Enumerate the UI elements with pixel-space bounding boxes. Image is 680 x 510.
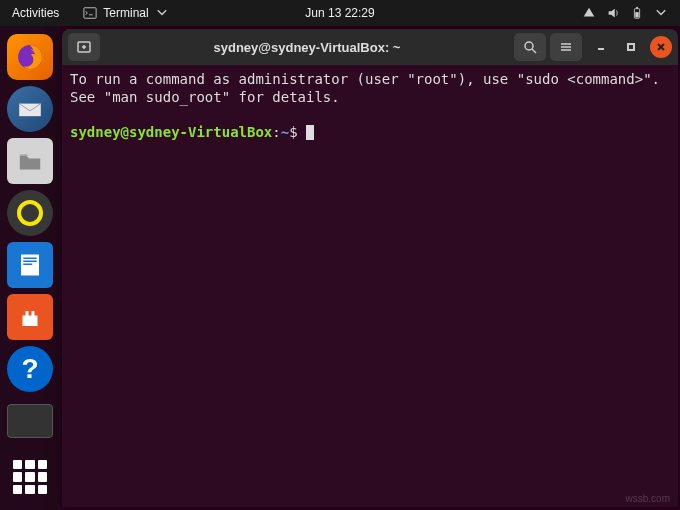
volume-icon[interactable] [606,6,620,20]
window-title: sydney@sydney-VirtualBox: ~ [104,40,510,55]
firefox-icon [13,40,47,74]
desktop: Activities Terminal Jun 13 22:29 [0,0,680,510]
titlebar: sydney@sydney-VirtualBox: ~ [62,29,678,65]
app-menu[interactable]: Terminal [75,4,176,22]
maximize-icon [626,42,636,52]
dock-item-rhythmbox[interactable] [7,190,53,236]
dock-item-software[interactable] [7,294,53,340]
motd-line-1: To run a command as administrator (user … [70,71,660,87]
close-button[interactable] [650,36,672,58]
terminal-icon [83,6,97,20]
terminal-body[interactable]: To run a command as administrator (user … [62,65,678,147]
dock-item-tray[interactable] [7,398,53,444]
svg-rect-8 [23,264,32,266]
dock-item-writer[interactable] [7,242,53,288]
hamburger-icon [558,39,574,55]
svg-rect-0 [84,8,96,19]
battery-icon[interactable] [630,6,644,20]
prompt-path: ~ [281,124,289,140]
svg-rect-7 [23,261,37,263]
watermark: wssb.com [626,493,670,504]
dock-item-thunderbird[interactable] [7,86,53,132]
terminal-window: sydney@sydney-VirtualBox: ~ To run a com… [62,29,678,507]
close-icon [656,42,666,52]
dock-item-firefox[interactable] [7,34,53,80]
svg-rect-6 [23,258,37,260]
svg-rect-11 [628,44,634,50]
minimize-button[interactable] [590,36,612,58]
cursor [306,125,314,140]
network-icon[interactable] [582,6,596,20]
prompt-user: sydney@sydney-VirtualBox [70,124,272,140]
search-icon [522,39,538,55]
software-icon [15,302,45,332]
chevron-down-icon[interactable] [654,6,668,20]
search-button[interactable] [514,33,546,61]
chevron-down-icon [155,6,169,20]
activities-button[interactable]: Activities [12,6,59,20]
dock: ? [0,26,60,510]
app-menu-label: Terminal [103,6,148,20]
minimize-icon [596,42,606,52]
dock-item-help[interactable]: ? [7,346,53,392]
clock[interactable]: Jun 13 22:29 [305,6,374,20]
thunderbird-icon [12,91,48,127]
files-icon [13,144,47,178]
prompt-symbol: $ [289,124,297,140]
svg-rect-2 [636,7,638,9]
top-bar: Activities Terminal Jun 13 22:29 [0,0,680,26]
apps-grid-icon [13,460,47,494]
svg-rect-3 [635,12,639,17]
tray-icon [7,404,53,438]
help-icon: ? [21,353,38,385]
new-tab-button[interactable] [68,33,100,61]
motd-line-2: See "man sudo_root" for details. [70,89,340,105]
dock-item-files[interactable] [7,138,53,184]
svg-point-10 [525,42,533,50]
menu-button[interactable] [550,33,582,61]
new-tab-icon [76,39,92,55]
maximize-button[interactable] [620,36,642,58]
prompt-colon: : [272,124,280,140]
writer-icon [15,250,45,280]
dock-show-apps[interactable] [7,454,53,500]
